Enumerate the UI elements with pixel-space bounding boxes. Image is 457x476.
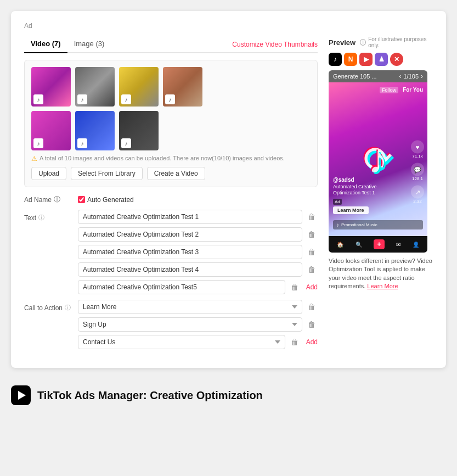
warning-icon: ⚠ — [31, 155, 37, 163]
text-input-5[interactable] — [78, 280, 285, 294]
bottom-title: TikTok Ads Manager: Creative Optimizatio… — [37, 389, 263, 402]
delete-text-3-button[interactable]: 🗑 — [306, 247, 318, 257]
platform-game-icon[interactable]: ♟ — [375, 53, 388, 66]
prev-arrow[interactable]: ‹ — [399, 72, 401, 80]
auto-generated-checkbox-label[interactable]: Auto Generated — [78, 196, 134, 204]
preview-label: Preview — [329, 38, 356, 47]
cta-form-row: Call to Action ⓘ Learn More Sign Up Cont… — [24, 300, 318, 349]
create-video-button[interactable]: Create a Video — [147, 167, 205, 180]
text-help-icon[interactable]: ⓘ — [38, 214, 44, 222]
customize-thumbnails-link[interactable]: Customize Video Thumbnails — [232, 41, 318, 48]
next-arrow[interactable]: › — [421, 72, 423, 80]
delete-text-2-button[interactable]: 🗑 — [306, 229, 318, 240]
upload-button[interactable]: Upload — [31, 167, 66, 180]
ad-section-label: Ad — [24, 22, 433, 30]
tab-image[interactable]: Image (3) — [67, 36, 111, 53]
info-icon: i — [360, 39, 366, 46]
cta-input-row-3: Learn More Sign Up Contact Us Shop Now D… — [78, 335, 318, 349]
nav-inbox: ✉ — [396, 242, 400, 248]
text-input-row-1: 🗑 — [78, 210, 318, 224]
comment-icon: 💬 — [411, 163, 424, 176]
preview-panel: Preview i For illustrative purposes only… — [329, 36, 433, 355]
cta-inputs: Learn More Sign Up Contact Us Shop Now D… — [78, 300, 318, 349]
cta-help-icon[interactable]: ⓘ — [65, 304, 71, 312]
media-thumb[interactable]: ♪ — [119, 111, 159, 150]
delete-text-5-button[interactable]: 🗑 — [289, 282, 301, 293]
play-icon — [18, 391, 26, 400]
add-text-link[interactable]: Add — [306, 283, 318, 291]
preview-ad-text: Automated Creative Optimization Test 1 — [333, 184, 405, 197]
thumb-logo: ♪ — [77, 94, 87, 104]
text-input-4[interactable] — [78, 262, 302, 277]
delete-text-4-button[interactable]: 🗑 — [306, 264, 318, 275]
thumb-logo: ♪ — [77, 138, 87, 148]
cta-input-row-1: Learn More Sign Up Contact Us Shop Now D… — [78, 300, 318, 314]
share-action: ↗ 2.32 — [411, 186, 424, 204]
ad-badge: Ad — [333, 199, 342, 205]
left-panel: Video (7) Image (3) Customize Video Thum… — [24, 36, 318, 355]
platform-tiktok-icon[interactable]: ♪ — [329, 53, 342, 66]
music-note-icon: ♪ — [336, 222, 339, 228]
text-input-row-2: 🗑 — [78, 227, 318, 242]
text-input-3[interactable] — [78, 245, 302, 259]
nav-create[interactable]: + — [374, 239, 384, 249]
preview-music-bar: ♪ Promotional Music — [333, 220, 423, 229]
cta-select-3[interactable]: Learn More Sign Up Contact Us Shop Now D… — [78, 335, 285, 349]
media-grid: ♪ ♪ ♪ ♪ ♪ — [24, 60, 318, 187]
media-thumb[interactable]: ♪ — [75, 111, 115, 150]
for-you-label: For You — [403, 87, 423, 93]
media-thumb[interactable]: ♪ — [119, 67, 159, 107]
text-input-2[interactable] — [78, 227, 302, 242]
text-input-row-3: 🗑 — [78, 245, 318, 259]
auto-generated-checkbox[interactable] — [78, 196, 85, 203]
ad-name-help-icon[interactable]: ⓘ — [54, 195, 60, 204]
thumb-logo: ♪ — [165, 94, 175, 104]
delete-cta-3-button[interactable]: 🗑 — [289, 337, 301, 348]
media-thumb[interactable]: ♪ — [75, 67, 115, 107]
text-input-1[interactable] — [78, 210, 302, 224]
platform-icons: ♪ N ▶ ♟ ✕ — [329, 53, 433, 66]
text-form-row: Text ⓘ 🗑 🗑 — [24, 210, 318, 294]
media-thumb[interactable]: ♪ — [31, 67, 71, 107]
cta-input-row-2: Learn More Sign Up Contact Us Shop Now D… — [78, 317, 318, 332]
cta-select-2[interactable]: Learn More Sign Up Contact Us Shop Now D… — [78, 317, 302, 332]
tiktok-logo-large: ♪ — [368, 137, 388, 182]
bottom-branding: TikTok Ads Manager: Creative Optimizatio… — [11, 379, 446, 405]
media-thumb[interactable]: ♪ — [31, 111, 71, 150]
cta-select-1[interactable]: Learn More Sign Up Contact Us Shop Now D… — [78, 300, 302, 314]
nav-home: 🏠 — [337, 242, 343, 248]
ad-name-label: Ad Name ⓘ — [24, 195, 74, 204]
preview-counter-area: ‹ 1/105 › — [399, 72, 423, 80]
tab-video[interactable]: Video (7) — [24, 36, 67, 53]
share-icon: ↗ — [411, 186, 424, 199]
preview-cta-button[interactable]: Learn More — [333, 206, 369, 214]
preview-username: @sadsd — [333, 177, 405, 183]
like-action: ♥ 71.1k — [411, 141, 424, 159]
nav-discover: 🔍 — [356, 242, 362, 248]
add-cta-link[interactable]: Add — [306, 338, 318, 346]
follow-button: Follow — [380, 87, 398, 93]
preview-learn-more-link[interactable]: Learn More — [367, 283, 398, 289]
text-inputs: 🗑 🗑 🗑 🗑 — [78, 210, 318, 294]
cta-label: Call to Action ⓘ — [24, 300, 74, 312]
media-thumb[interactable]: ♪ — [163, 67, 202, 107]
platform-more-icon[interactable]: ✕ — [390, 53, 403, 66]
delete-cta-2-button[interactable]: 🗑 — [306, 319, 318, 330]
preview-screen: Follow For You ⟳ ♪ ♥ 71.1k — [329, 82, 427, 236]
text-input-row-4: 🗑 — [78, 262, 318, 277]
media-tabs: Video (7) Image (3) Customize Video Thum… — [24, 36, 318, 53]
preview-counter: 1/105 — [403, 73, 419, 80]
delete-cta-1-button[interactable]: 🗑 — [306, 301, 318, 312]
platform-news-icon[interactable]: N — [344, 53, 357, 66]
illustrative-note: i For illustrative purposes only. — [360, 36, 433, 48]
preview-header: Preview i For illustrative purposes only… — [329, 36, 433, 48]
preview-top-bar: Follow For You — [380, 87, 423, 93]
media-action-buttons: Upload Select From Library Create a Vide… — [31, 167, 311, 180]
delete-text-1-button[interactable]: 🗑 — [306, 211, 318, 222]
select-library-button[interactable]: Select From Library — [71, 167, 143, 180]
tiktok-brand-logo — [11, 385, 31, 405]
ad-name-row: Ad Name ⓘ Auto Generated — [24, 195, 318, 204]
preview-side-actions: ♥ 71.1k 💬 128.1 ↗ 2.32 — [411, 141, 424, 204]
platform-live-icon[interactable]: ▶ — [359, 53, 373, 66]
media-row-1: ♪ ♪ ♪ ♪ — [31, 67, 311, 107]
